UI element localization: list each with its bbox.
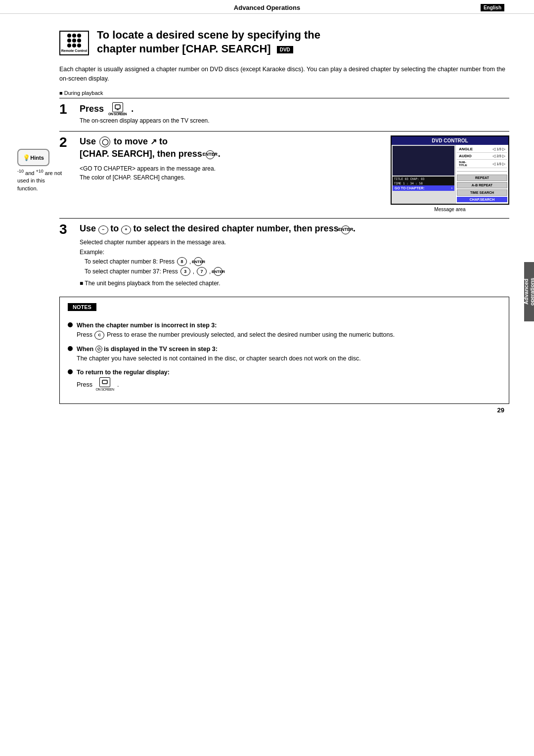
language-badge: English bbox=[481, 4, 504, 11]
step2-msg1: <GO TO CHAPTER> appears in the message a… bbox=[80, 164, 381, 173]
audio-left: ◁ bbox=[492, 154, 495, 158]
rc-label: Remote Control bbox=[61, 49, 88, 52]
step2-period: . bbox=[218, 149, 221, 159]
main-title-text: To locate a desired scene by specifying … bbox=[97, 29, 320, 57]
note3: To return to the regular display: Press … bbox=[68, 368, 501, 392]
step2-use: Use bbox=[80, 136, 96, 146]
step3-period: . bbox=[353, 223, 356, 233]
onscreen-button: ON SCREEN bbox=[108, 102, 127, 116]
step3-description: Selected chapter number appears in the m… bbox=[80, 239, 509, 246]
go-to-chapter-label: GO TO CHAPTER: › bbox=[393, 185, 454, 191]
note1-text2: Press to erase the number previously sel… bbox=[107, 331, 395, 338]
rc-grid bbox=[67, 34, 81, 47]
time-search-btn[interactable]: TIME SEARCH bbox=[457, 189, 507, 196]
hints-label: Hints bbox=[30, 155, 44, 161]
audio-right: ▷ bbox=[502, 154, 505, 158]
rc-dot bbox=[77, 39, 81, 43]
example2-btn3: 3 bbox=[180, 267, 190, 276]
subtitle-right: ▷ bbox=[502, 162, 505, 166]
joystick-icon: ◯ bbox=[99, 136, 110, 147]
step2-content: Use ◯ to move ↗ to [CHAP. SEARCH], then … bbox=[80, 135, 509, 212]
step1-description: The on-screen display appears on the TV … bbox=[80, 117, 509, 125]
example-block: Example: To select chapter number 8: Pre… bbox=[80, 249, 509, 276]
dvd-control-audio: AUDIO ◁ 2/3 ▷ bbox=[457, 153, 507, 160]
no-entry-icon: ⊘ bbox=[95, 346, 102, 353]
subtitle-value: 1/3 bbox=[496, 162, 501, 166]
rc-dot bbox=[77, 34, 81, 38]
hints-icon-img: 💡Hints bbox=[17, 149, 49, 166]
arrow-icon: ↗ bbox=[150, 137, 157, 146]
dvd-control-image: DVD CONTROL TITLE 03 CHAP: 03 TIME 1 : 3… bbox=[391, 135, 509, 212]
dvd-screen bbox=[393, 146, 454, 176]
note1-text: Press bbox=[77, 331, 94, 338]
header-bar: Advanced Operations English bbox=[0, 0, 534, 14]
main-title-row: To locate a desired scene by specifying … bbox=[97, 29, 509, 57]
message-area-label: Message area bbox=[391, 207, 509, 212]
angle-left: ◁ bbox=[492, 147, 495, 151]
step2-messages: <GO TO CHAPTER> appears in the message a… bbox=[80, 164, 381, 182]
dvd-control-subtitle: SUB-TITLE ◁ 1/3 ▷ bbox=[457, 160, 507, 168]
step2-row: 2 Use ◯ to move ↗ to bbox=[59, 135, 509, 212]
title-section: Remote Control To locate a desired scene… bbox=[59, 29, 509, 57]
step2-bracket: [CHAP. SEARCH], then press bbox=[80, 149, 202, 159]
step2-instruction: Use ◯ to move ↗ to [CHAP. SEARCH], then … bbox=[80, 135, 381, 160]
enter-btn-icon: ENTER bbox=[206, 150, 215, 159]
notes-section: NOTES When the chapter number is incorre… bbox=[59, 297, 509, 403]
angle-label: ANGLE bbox=[459, 147, 492, 151]
note1-bold: When the chapter number is incorrect in … bbox=[77, 322, 217, 329]
angle-value: 1/3 bbox=[496, 147, 501, 151]
ab-repeat-btn[interactable]: A-B REPEAT bbox=[457, 182, 507, 188]
audio-value: 2/3 bbox=[496, 154, 501, 158]
rc-dot bbox=[72, 34, 76, 38]
note2-bold2: is displayed in the TV screen in step 3: bbox=[104, 346, 218, 353]
svg-rect-0 bbox=[115, 105, 120, 109]
step3-number: 3 bbox=[59, 222, 77, 236]
playback-label: ■ During playback bbox=[59, 90, 509, 96]
example1-enter: ENTER bbox=[194, 257, 203, 266]
onscreen-btn-icon bbox=[112, 102, 123, 112]
angle-right: ▷ bbox=[502, 147, 505, 151]
example2-row: To select chapter number 37: Press 3 , 7… bbox=[85, 267, 509, 276]
step2-text: Use ◯ to move ↗ to [CHAP. SEARCH], then … bbox=[80, 135, 381, 182]
note2-bullet bbox=[68, 346, 73, 351]
rc-dot bbox=[72, 44, 76, 47]
notes-header: NOTES bbox=[68, 303, 96, 311]
dvd-status-row2: TIME 1 : 34 : 58 bbox=[393, 181, 454, 185]
dvd-control-angle: ANGLE ◁ 1/3 ▷ bbox=[457, 146, 507, 153]
page-container: Advanced Operations English Advanced ope… bbox=[0, 0, 534, 756]
repeat-btn[interactable]: REPEAT bbox=[457, 175, 507, 181]
hints-plus: +10 bbox=[36, 169, 44, 174]
main-title-line1: To locate a desired scene by specifying … bbox=[97, 29, 320, 42]
note3-content: To return to the regular display: Press … bbox=[77, 368, 501, 392]
step1-period: . bbox=[131, 104, 134, 114]
bulb-icon: 💡 bbox=[23, 154, 30, 161]
note3-period: . bbox=[117, 381, 119, 388]
note3-bullet bbox=[68, 369, 73, 374]
dvd-status-row1: TITLE 03 CHAP: 03 bbox=[393, 177, 454, 181]
subtitle-left: ◁ bbox=[492, 162, 495, 166]
step2-to-move: to move bbox=[114, 136, 148, 146]
hints-text: -10 and +10 are not used in this functio… bbox=[17, 168, 67, 192]
step1-content: Press ON SCREEN . The on-screen display … bbox=[80, 102, 509, 125]
dvd-controls-right: ANGLE ◁ 1/3 ▷ AUDIO ◁ 2/3 bbox=[456, 145, 508, 204]
chap-search-btn[interactable]: CHAP.SEARCH bbox=[457, 197, 507, 202]
subtitle-label: SUB-TITLE bbox=[459, 161, 492, 167]
note2: When ⊘ is displayed in the TV screen in … bbox=[68, 345, 501, 363]
step3-section: 3 Use − to + to select the desired chapt… bbox=[59, 218, 509, 287]
step3-row: 3 Use − to + to select the desired chapt… bbox=[59, 222, 509, 287]
audio-label: AUDIO bbox=[459, 154, 492, 158]
example-label: Example: bbox=[80, 249, 509, 256]
note2-bold1: When bbox=[77, 346, 93, 353]
note3-bold: To return to the regular display: bbox=[77, 369, 170, 376]
note1: When the chapter number is incorrect in … bbox=[68, 321, 501, 340]
step2-to: to bbox=[159, 136, 168, 146]
step3-select-text: to select the desired chapter number, th… bbox=[134, 223, 339, 233]
hints-box: 💡Hints -10 and +10 are not used in this … bbox=[17, 149, 67, 192]
note3-press: Press bbox=[77, 381, 92, 388]
page-number: 29 bbox=[497, 406, 504, 414]
onscreen-btn-label: ON SCREEN bbox=[108, 112, 127, 116]
note2-text: The chapter you have selected is not con… bbox=[77, 355, 361, 362]
content-area: Remote Control To locate a desired scene… bbox=[0, 14, 534, 424]
hints-and: and bbox=[25, 170, 34, 176]
step1-section: 1 Press ON SCREEN . The on-screen displa… bbox=[59, 98, 509, 125]
